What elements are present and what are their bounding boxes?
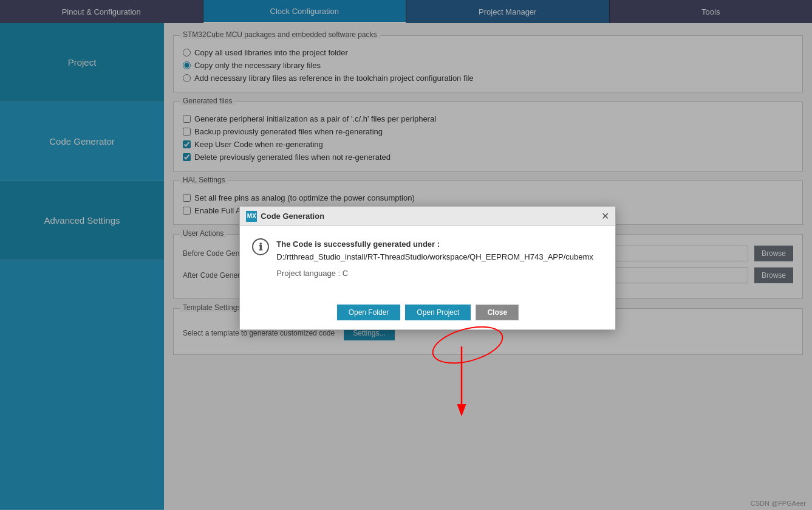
dialog-title-left: MX Code Generation [246,211,324,222]
open-folder-button[interactable]: Open Folder [337,305,401,320]
dialog-close-x-button[interactable]: ✕ [601,210,609,222]
open-project-button[interactable]: Open Project [405,305,471,320]
code-generation-dialog: MX Code Generation ✕ ℹ The Code is succe… [239,206,616,329]
dialog-info-row: ℹ The Code is successfully generated und… [252,238,603,280]
close-button[interactable]: Close [476,305,519,320]
mx-icon: MX [246,211,257,222]
dialog-message-line1: The Code is successfully generated under… [276,239,440,249]
dialog-text: The Code is successfully generated under… [276,238,593,280]
dialog-footer: Open Folder Open Project Close [240,298,615,329]
info-icon: ℹ [252,238,269,255]
dialog-title-text: Code Generation [261,212,324,221]
dialog-title-bar: MX Code Generation ✕ [240,207,615,226]
dialog-body: ℹ The Code is successfully generated und… [240,226,615,298]
dialog-path: D:/rtthread_Studio_install/RT-ThreadStud… [276,252,593,261]
dialog-language: Project language : C [276,269,348,278]
